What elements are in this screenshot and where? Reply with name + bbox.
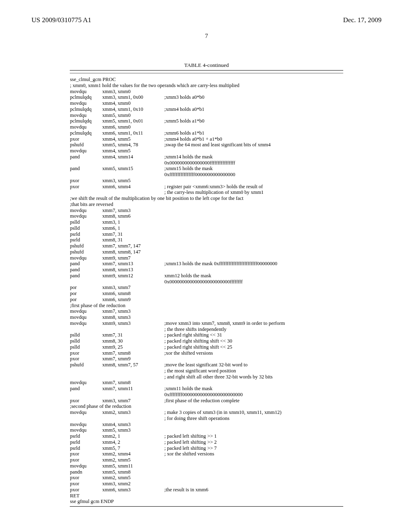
code-instruction: pclmulqdq — [70, 130, 102, 136]
code-row: pxorxmm2, xmm4; xor the shifted versions — [70, 451, 343, 457]
code-instruction — [70, 392, 102, 398]
code-operands: xmm7, xmm7, 147 — [102, 243, 164, 249]
code-instruction: movdqu — [70, 100, 102, 106]
code-operands — [102, 374, 164, 380]
code-comment: ;xmm6 holds a1*b1 — [164, 130, 343, 136]
code-comment — [164, 380, 343, 386]
code-instruction: pclmulqdq — [70, 94, 102, 100]
code-operands: xmm7, 31 — [102, 332, 164, 338]
code-operands — [102, 160, 164, 166]
code-instruction: pshufd — [70, 362, 102, 368]
code-operands: xmm6, xmm9 — [102, 297, 164, 303]
code-comment — [164, 291, 343, 297]
code-operands: xmm4, xmm1, 0x10 — [102, 106, 164, 112]
code-row: pslldxmm8, 30; packed right shifting shi… — [70, 338, 343, 344]
code-operands: xmm4, xmm5 — [102, 148, 164, 154]
code-operands: xmm5, xmm1, 0x01 — [102, 118, 164, 124]
code-fullline: ;that bits are reversed — [70, 202, 343, 208]
code-comment — [164, 314, 343, 320]
code-comment: ; packed right shifting shift << 30 — [164, 338, 343, 344]
code-operands: xmm6, xmm4 — [102, 184, 164, 190]
code-operands: xmm7, 31 — [102, 231, 164, 237]
code-instruction: movdqu — [70, 427, 102, 433]
code-operands: xmm7, xmm8 — [102, 380, 164, 386]
code-row: pandxmm4, xmm14;xmm14 holds the mask — [70, 154, 343, 160]
code-instruction: pslld — [70, 219, 102, 225]
code-instruction: movdqu — [70, 89, 102, 95]
code-operands: xmm4, xmm14 — [102, 154, 164, 160]
code-operands — [102, 416, 164, 422]
code-row: pslldxmm9, 25; packed right shifting shi… — [70, 344, 343, 350]
code-row: ; the three shifts independently — [70, 326, 343, 332]
code-operands: xmm5, xmm3 — [102, 427, 164, 433]
code-operands: xmm5, xmm8 — [102, 469, 164, 475]
code-comment — [164, 208, 343, 214]
code-operands: xmm4, 2 — [102, 439, 164, 445]
code-row: pslldxmm7, 31; packed right shifting << … — [70, 332, 343, 338]
code-row: pandxmm7, xmm11;xmm11 holds the mask — [70, 386, 343, 392]
code-row: ; the most significant word position — [70, 368, 343, 374]
code-instruction: pxor — [70, 178, 102, 184]
code-comment: 0x0000000000000000ffffffffffffffff — [164, 160, 343, 166]
code-comment: ; the carry-less multiplication of xmm0 … — [164, 189, 343, 195]
code-operands: xmm8, xmm7, 57 — [102, 362, 164, 368]
code-operands: xmm7, xmm3 — [102, 308, 164, 314]
code-row: pxorxmm2, xmm5 — [70, 475, 343, 481]
code-row: movdquxmm3, xmm0 — [70, 89, 343, 95]
code-instruction: por — [70, 291, 102, 297]
code-comment: ; the three shifts independently — [164, 326, 343, 332]
code-comment: ; packed left shifting >> 7 — [164, 445, 343, 451]
code-comment — [164, 231, 343, 237]
code-operands: xmm7, xmm3 — [102, 208, 164, 214]
code-instruction — [70, 326, 102, 332]
code-operands: xmm7, xmm13 — [102, 261, 164, 267]
code-instruction: movdqu — [70, 409, 102, 416]
code-operands: xmm6, xmm3 — [102, 487, 164, 493]
code-row: pandnxmm5, xmm8 — [70, 469, 343, 475]
code-row: psrldxmm4, 2; packed left shifting >> 2 — [70, 439, 343, 445]
code-operands — [102, 368, 164, 374]
code-operands: xmm4, xmm5 — [102, 136, 164, 142]
code-comment: ;the result is in xmm6 — [164, 487, 343, 493]
code-row: ;we shift the result of the multiplicati… — [70, 195, 343, 202]
code-row: ; xmm0, xmm1 hold the values for the two… — [70, 83, 343, 89]
code-instruction: pxor — [70, 451, 102, 457]
code-comment: ;move xmm3 into xmm7, xmm8, xmm9 in orde… — [164, 320, 343, 326]
code-comment: ;xmm4 holds a0*b1 — [164, 106, 343, 112]
code-operands: xmm6, xmm0 — [102, 124, 164, 130]
code-listing: sse_clmul_gcm PROC; xmm0, xmm1 hold the … — [70, 77, 343, 505]
code-comment: ;xmm14 holds the mask — [164, 154, 343, 160]
code-row: pxorxmm7, xmm8;xor the shifted versions — [70, 350, 343, 356]
code-operands: xmm6, xmm1, 0x11 — [102, 130, 164, 136]
table-block: TABLE 4-continued sse_clmul_gcm PROC; xm… — [70, 62, 343, 507]
code-comment: ; packed right shifting shift << 25 — [164, 344, 343, 350]
code-operands: xmm3, xmm1, 0x00 — [102, 94, 164, 100]
code-comment: ; register pair <xmm6:xmm3> holds the re… — [164, 184, 343, 190]
code-operands: xmm7, xmm11 — [102, 386, 164, 392]
code-operands: xmm3, xmm7 — [102, 398, 164, 404]
code-row: movdquxmm4, xmm0 — [70, 100, 343, 106]
code-row: movdquxmm7, xmm8 — [70, 380, 343, 386]
code-row: movdquxmm5, xmm0 — [70, 112, 343, 118]
code-operands: xmm5, xmm0 — [102, 112, 164, 118]
code-row: pclmulqdqxmm6, xmm1, 0x11;xmm6 holds a1*… — [70, 130, 343, 136]
code-row: porxmm6, xmm9 — [70, 297, 343, 303]
code-row: sse_clmul_gcm PROC — [70, 77, 343, 83]
code-fullline: sse gfmul gcm ENDP — [70, 499, 343, 505]
code-comment — [164, 148, 343, 154]
code-comment: ;move the least significant 32-bit word … — [164, 362, 343, 368]
publication-date: Dec. 17, 2009 — [343, 16, 382, 24]
code-row: movdquxmm5, xmm3 — [70, 427, 343, 433]
code-comment — [164, 422, 343, 428]
code-row: pclmulqdqxmm4, xmm1, 0x10;xmm4 holds a0*… — [70, 106, 343, 112]
code-row: movdquxmm2, xmm3; make 3 copies of xmm3 … — [70, 409, 343, 416]
code-row: pxorxmm3, xmm2 — [70, 481, 343, 487]
code-operands: xmm2, xmm3 — [102, 409, 164, 416]
code-instruction: pand — [70, 273, 102, 279]
code-operands: xmm6, 1 — [102, 225, 164, 231]
code-instruction: pxor — [70, 487, 102, 493]
code-operands: xmm8, xmm6 — [102, 213, 164, 219]
code-row: pandxmm9, xmm12xmm12 holds the mask — [70, 273, 343, 279]
code-instruction: psrld — [70, 445, 102, 451]
code-comment: ; and right shift all other three 32-bit… — [164, 374, 343, 380]
